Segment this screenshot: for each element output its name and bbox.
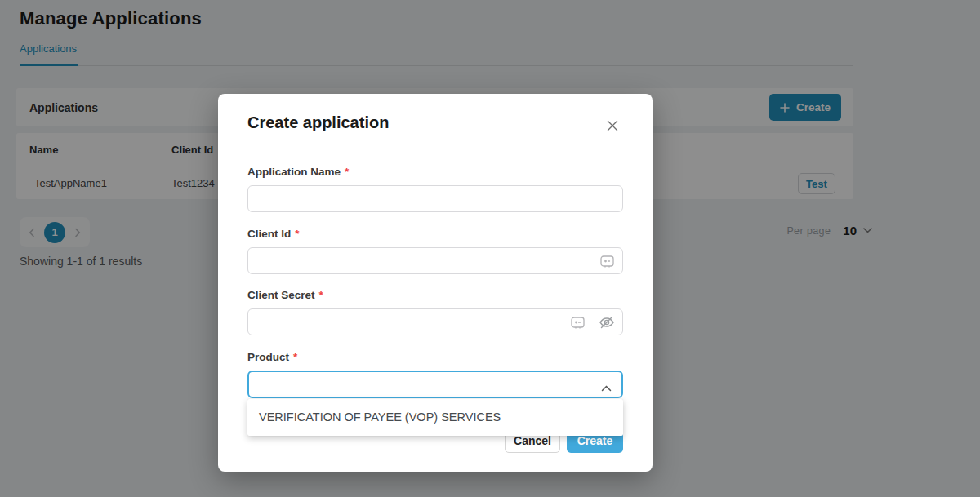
product-dropdown-menu: VERIFICATION OF PAYEE (VOP) SERVICES — [247, 399, 623, 436]
required-asterisk: * — [345, 166, 349, 178]
label-text: Product — [247, 351, 289, 363]
client-secret-label: Client Secret* — [247, 289, 323, 301]
application-name-input[interactable] — [247, 185, 623, 212]
chevron-up-icon — [601, 380, 612, 395]
product-select[interactable] — [247, 371, 623, 398]
eye-off-icon[interactable] — [599, 314, 615, 331]
modal-header-divider — [247, 149, 623, 149]
dropdown-option-vop-services[interactable]: VERIFICATION OF PAYEE (VOP) SERVICES — [247, 399, 623, 436]
required-asterisk: * — [319, 289, 323, 301]
label-text: Client Secret — [247, 289, 315, 301]
client-id-label: Client Id* — [247, 228, 300, 240]
label-text: Application Name — [247, 166, 341, 178]
required-asterisk: * — [295, 228, 299, 240]
create-application-modal: Create application Application Name* Cli… — [218, 94, 653, 472]
autofill-icon[interactable] — [599, 253, 615, 269]
client-secret-input[interactable] — [247, 308, 623, 335]
client-id-input[interactable] — [247, 247, 623, 274]
application-name-label: Application Name* — [247, 166, 349, 178]
product-label: Product* — [247, 351, 297, 363]
autofill-icon[interactable] — [569, 314, 586, 331]
label-text: Client Id — [247, 228, 291, 240]
required-asterisk: * — [293, 351, 297, 363]
modal-title: Create application — [247, 113, 389, 132]
close-icon[interactable] — [604, 118, 621, 134]
